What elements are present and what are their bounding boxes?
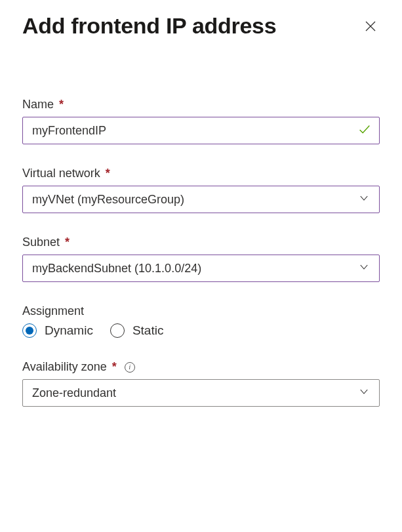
required-asterisk: *	[106, 167, 110, 180]
name-input-wrap	[22, 117, 380, 144]
page-title: Add frontend IP address	[22, 13, 276, 39]
field-name: Name *	[22, 98, 380, 144]
field-subnet: Subnet * myBackendSubnet (10.1.0.0/24)	[22, 235, 380, 282]
assignment-radio-static[interactable]: Static	[110, 323, 164, 338]
vnet-label: Virtual network	[22, 167, 100, 180]
az-label: Availability zone	[22, 360, 107, 374]
required-asterisk: *	[65, 235, 70, 249]
az-label-row: Availability zone * i	[22, 360, 380, 374]
required-asterisk: *	[59, 98, 64, 112]
assignment-radio-dynamic[interactable]: Dynamic	[22, 323, 93, 338]
subnet-value: myBackendSubnet (10.1.0.0/24)	[32, 262, 201, 276]
assignment-static-label: Static	[132, 323, 164, 338]
az-value: Zone-redundant	[32, 386, 116, 400]
assignment-radio-group: Dynamic Static	[22, 323, 380, 338]
radio-dot	[26, 327, 33, 335]
vnet-label-row: Virtual network *	[22, 167, 380, 180]
name-label-row: Name *	[22, 98, 380, 112]
close-button[interactable]	[361, 17, 380, 35]
required-asterisk: *	[112, 360, 117, 374]
vnet-select[interactable]: myVNet (myResourceGroup)	[22, 186, 380, 213]
field-assignment: Assignment Dynamic Static	[22, 304, 380, 338]
radio-unchecked-icon	[110, 323, 125, 338]
close-icon	[364, 20, 377, 33]
assignment-dynamic-label: Dynamic	[45, 323, 93, 338]
name-input[interactable]	[22, 117, 380, 144]
info-icon[interactable]: i	[125, 362, 135, 373]
chevron-down-icon	[358, 386, 370, 401]
field-vnet: Virtual network * myVNet (myResourceGrou…	[22, 167, 380, 213]
chevron-down-icon	[358, 192, 370, 207]
az-select[interactable]: Zone-redundant	[22, 379, 380, 407]
panel-header: Add frontend IP address	[22, 13, 380, 39]
assignment-label: Assignment	[22, 304, 84, 318]
chevron-down-icon	[358, 261, 370, 276]
assignment-label-row: Assignment	[22, 304, 380, 318]
radio-checked-icon	[22, 323, 37, 338]
subnet-label-row: Subnet *	[22, 235, 380, 249]
subnet-select[interactable]: myBackendSubnet (10.1.0.0/24)	[22, 255, 380, 282]
vnet-value: myVNet (myResourceGroup)	[32, 193, 184, 207]
field-availability-zone: Availability zone * i Zone-redundant	[22, 360, 380, 407]
subnet-label: Subnet	[22, 235, 60, 249]
name-label: Name	[22, 98, 54, 112]
